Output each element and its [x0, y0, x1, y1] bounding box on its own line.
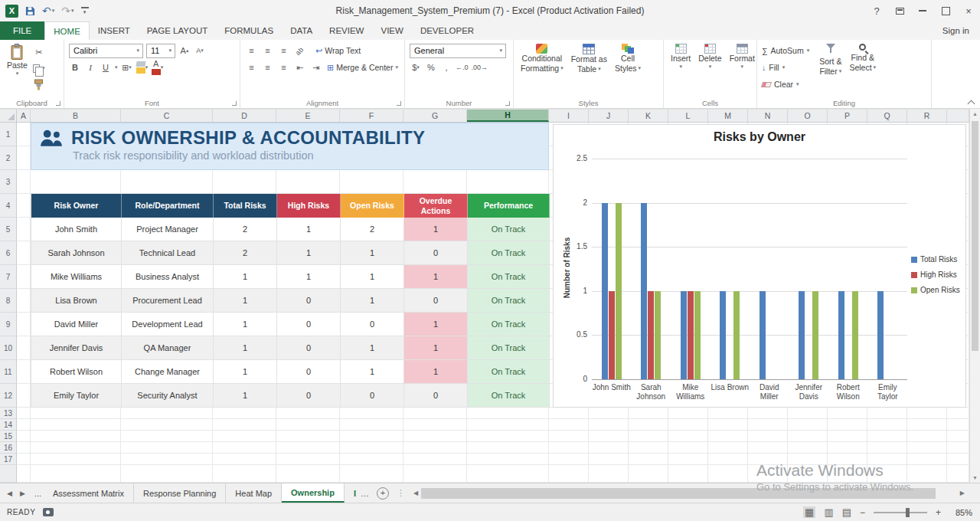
risk-table-cell[interactable]: 1 — [404, 360, 468, 384]
cell-E14[interactable] — [276, 419, 340, 431]
cell-J13[interactable] — [589, 408, 629, 419]
close-button[interactable]: × — [957, 0, 980, 21]
cell-L16[interactable] — [668, 442, 708, 454]
comma-style-button[interactable]: , — [440, 61, 452, 74]
cell-Q13[interactable] — [867, 408, 907, 419]
cell-N14[interactable] — [748, 419, 788, 431]
cell-A12[interactable] — [17, 384, 31, 408]
cell-M14[interactable] — [708, 419, 748, 431]
column-header-o[interactable]: O — [788, 110, 828, 122]
risk-table-cell[interactable]: Sarah Johnson — [31, 241, 122, 265]
tab-file[interactable]: FILE — [0, 21, 44, 40]
cell-C18[interactable] — [121, 465, 213, 483]
alignment-dialog-launcher[interactable] — [397, 101, 401, 106]
cell-B15[interactable] — [31, 431, 121, 442]
cell-A15[interactable] — [17, 431, 31, 442]
risk-table-cell[interactable]: Robert Wilson — [31, 360, 122, 384]
align-right-button[interactable]: ≡ — [277, 63, 290, 72]
risk-table-cell[interactable]: 1 — [341, 336, 404, 360]
cell-D18[interactable] — [213, 465, 276, 483]
risk-table-cell[interactable]: 0 — [404, 289, 468, 313]
cell-A16[interactable] — [17, 442, 31, 454]
row-header-8[interactable]: 8 — [0, 289, 17, 313]
font-dialog-launcher[interactable] — [232, 101, 237, 106]
ribbon-tab-page-layout[interactable]: PAGE LAYOUT — [139, 21, 216, 40]
page-break-view-icon[interactable]: ▤ — [842, 506, 851, 518]
cell-A10[interactable] — [17, 336, 31, 360]
cell-J16[interactable] — [589, 442, 629, 454]
column-header-n[interactable]: N — [748, 110, 788, 122]
align-left-button[interactable]: ≡ — [245, 63, 258, 72]
sheet-overflow-left[interactable]: ... — [32, 489, 44, 498]
risk-table-cell[interactable]: 0 — [277, 360, 341, 384]
row-header-13[interactable]: 13 — [0, 408, 17, 419]
page-layout-view-icon[interactable]: ▥ — [824, 506, 833, 518]
insert-cells-button[interactable]: Insert ▾ — [667, 42, 694, 72]
cell-A14[interactable] — [17, 419, 31, 431]
risk-table-cell[interactable]: 0 — [404, 384, 468, 408]
risk-table-cell[interactable]: 1 — [277, 241, 341, 265]
risk-table-cell[interactable]: 0 — [404, 241, 468, 265]
merge-center-button[interactable]: ⊞ Merge & Center ▾ — [327, 61, 398, 74]
cell-E3[interactable] — [276, 170, 340, 194]
row-header-7[interactable]: 7 — [0, 265, 17, 289]
column-header-p[interactable]: P — [828, 110, 867, 122]
risk-table-cell[interactable]: 1 — [214, 360, 277, 384]
sort-filter-button[interactable]: Sort & Filter▾ — [815, 42, 845, 78]
percent-style-button[interactable]: % — [425, 61, 437, 74]
cell-A1[interactable] — [17, 123, 31, 146]
cell-I17[interactable] — [549, 454, 589, 465]
cell-O18[interactable] — [788, 465, 828, 483]
cell-K14[interactable] — [629, 419, 668, 431]
cell-Q16[interactable] — [867, 442, 907, 454]
clipboard-dialog-launcher[interactable] — [56, 101, 60, 106]
align-top-button[interactable]: ≡ — [245, 46, 258, 55]
column-header-a[interactable]: A — [17, 110, 31, 122]
fill-button[interactable]: ↓Fill▾ — [760, 59, 811, 76]
sheet-tab-assessment-matrix[interactable]: Assessment Matrix — [44, 483, 134, 503]
cell-G18[interactable] — [403, 465, 467, 483]
cell-P14[interactable] — [828, 419, 867, 431]
risk-table-cell[interactable]: 2 — [214, 241, 277, 265]
risk-table-cell[interactable]: Procurement Lead — [122, 289, 214, 313]
cell-K13[interactable] — [629, 408, 668, 419]
cell-L13[interactable] — [668, 408, 708, 419]
cell-F3[interactable] — [340, 170, 403, 194]
column-header-r[interactable]: R — [907, 110, 947, 122]
cell-Q18[interactable] — [867, 465, 907, 483]
cell-R13[interactable] — [907, 408, 947, 419]
cell-A7[interactable] — [17, 265, 31, 289]
cell-O13[interactable] — [788, 408, 828, 419]
row-header-11[interactable]: 11 — [0, 360, 17, 384]
cell-H14[interactable] — [467, 419, 549, 431]
cell-E18[interactable] — [276, 465, 340, 483]
row-header-14[interactable]: 14 — [0, 419, 17, 431]
wrap-text-button[interactable]: ↩ Wrap Text — [315, 44, 361, 57]
align-bottom-button[interactable]: ≡ — [277, 46, 290, 55]
row-header-4[interactable]: 4 — [0, 194, 17, 218]
risk-table-cell[interactable]: Project Manager — [122, 218, 214, 241]
cell-R18[interactable] — [907, 465, 947, 483]
vertical-scrollbar[interactable]: ▲ ▼ — [969, 109, 980, 483]
cell-A18[interactable] — [17, 465, 31, 483]
cell-G15[interactable] — [403, 431, 467, 442]
cell-E16[interactable] — [276, 442, 340, 454]
undo-button[interactable]: ↶▾ — [42, 5, 54, 17]
scroll-down-icon[interactable]: ▼ — [970, 475, 980, 480]
cell-N16[interactable] — [748, 442, 788, 454]
collapse-ribbon-button[interactable] — [968, 99, 974, 105]
font-color-button[interactable]: A▾ — [152, 61, 164, 74]
risk-table-cell[interactable]: 2 — [341, 218, 404, 241]
cell-E13[interactable] — [276, 408, 340, 419]
column-header-c[interactable]: C — [121, 110, 213, 122]
cell-N17[interactable] — [748, 454, 788, 465]
risk-table-cell[interactable]: On Track — [468, 313, 550, 336]
cell-J18[interactable] — [589, 465, 629, 483]
cell-J14[interactable] — [589, 419, 629, 431]
column-header-l[interactable]: L — [668, 110, 708, 122]
autosum-button[interactable]: ∑AutoSum▾ — [760, 42, 811, 59]
column-header-i[interactable]: I — [549, 110, 589, 122]
risk-table-cell[interactable]: David Miller — [31, 313, 122, 336]
cell-H3[interactable] — [467, 170, 549, 194]
cell-L15[interactable] — [668, 431, 708, 442]
